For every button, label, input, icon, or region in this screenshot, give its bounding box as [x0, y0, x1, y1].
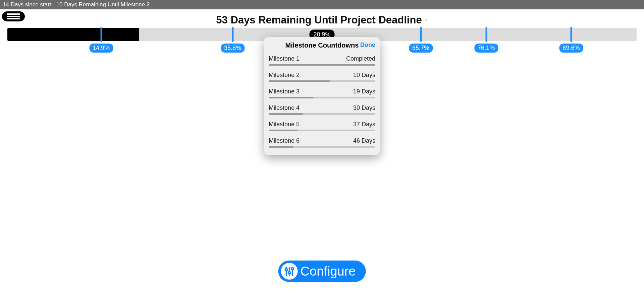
milestone-value: 46 Days — [353, 137, 375, 144]
milestone-popover: Milestone Countdowns Done Milestone 1Com… — [264, 37, 380, 155]
deadline-heading[interactable]: 53 Days Remaining Until Project Deadline — [0, 14, 644, 26]
milestone-line: Milestone 537 Days — [269, 121, 375, 128]
milestone-name: Milestone 4 — [269, 104, 300, 112]
milestone-line: Milestone 430 Days — [269, 104, 375, 112]
milestone-name: Milestone 5 — [269, 121, 300, 128]
drag-handle[interactable] — [2, 11, 25, 21]
configure-label: Configure — [301, 264, 356, 279]
milestone-tick-label: 76.1% — [474, 44, 498, 53]
milestone-mini-fill — [269, 146, 293, 148]
milestone-line: Milestone 319 Days — [269, 88, 375, 95]
milestone-line: Milestone 210 Days — [269, 72, 375, 79]
milestone-tick[interactable] — [485, 27, 487, 42]
drag-handle-line — [7, 16, 20, 17]
deadline-heading-text: 53 Days Remaining Until Project Deadline — [216, 14, 422, 26]
milestone-tick-label: 65.7% — [409, 44, 433, 53]
milestone-value: Completed — [346, 55, 375, 62]
milestone-value: 19 Days — [353, 88, 375, 95]
progress-fill — [7, 28, 139, 41]
milestone-mini-progress — [269, 130, 375, 131]
milestone-tick-label: 14.9% — [89, 44, 113, 53]
milestone-mini-fill — [269, 130, 298, 131]
milestone-mini-progress — [269, 146, 375, 148]
milestone-tick[interactable] — [420, 27, 422, 42]
milestone-value: 30 Days — [353, 104, 375, 112]
configure-button[interactable]: Configure — [278, 261, 366, 282]
milestone-name: Milestone 3 — [269, 88, 300, 95]
popover-title: Milestone Countdowns — [285, 42, 359, 49]
milestone-row[interactable]: Milestone 319 Days — [264, 85, 380, 102]
milestone-name: Milestone 2 — [269, 72, 300, 79]
milestone-tick[interactable] — [232, 27, 233, 42]
window-title-text: 14 Days since start - 10 Days Remaining … — [3, 1, 150, 8]
sliders-icon — [281, 263, 298, 280]
milestone-mini-fill — [269, 64, 375, 66]
milestone-mini-progress — [269, 80, 375, 82]
milestone-value: 10 Days — [353, 72, 375, 79]
milestone-tick-label: 35.8% — [221, 44, 245, 53]
milestone-tick[interactable] — [570, 27, 572, 42]
done-button[interactable]: Done — [360, 42, 375, 49]
milestone-row[interactable]: Milestone 646 Days — [264, 135, 380, 151]
milestone-mini-progress — [269, 64, 375, 66]
milestone-tick[interactable] — [100, 27, 102, 42]
window-title-bar: 14 Days since start - 10 Days Remaining … — [0, 0, 644, 9]
milestone-row[interactable]: Milestone 430 Days — [264, 102, 380, 118]
milestone-value: 37 Days — [353, 121, 375, 128]
milestone-row[interactable]: Milestone 1Completed — [264, 53, 380, 69]
chevron-down-icon — [424, 18, 428, 22]
svg-point-3 — [288, 272, 290, 274]
milestone-mini-fill — [269, 113, 303, 115]
milestone-mini-progress — [269, 97, 375, 98]
milestone-name: Milestone 6 — [269, 137, 300, 144]
milestone-row[interactable]: Milestone 210 Days — [264, 69, 380, 85]
drag-handle-line — [7, 13, 20, 15]
drag-handle-line — [7, 18, 20, 19]
milestone-name: Milestone 1 — [269, 55, 300, 62]
milestone-tick-label: 89.6% — [559, 44, 583, 53]
milestone-row[interactable]: Milestone 537 Days — [264, 118, 380, 135]
milestone-line: Milestone 1Completed — [269, 55, 375, 62]
milestone-list: Milestone 1CompletedMilestone 210 DaysMi… — [264, 53, 380, 151]
milestone-mini-fill — [269, 97, 314, 98]
milestone-line: Milestone 646 Days — [269, 137, 375, 144]
milestone-mini-progress — [269, 113, 375, 115]
svg-point-1 — [285, 269, 287, 271]
popover-header: Milestone Countdowns Done — [264, 41, 380, 53]
svg-point-5 — [291, 268, 293, 270]
milestone-mini-fill — [269, 80, 330, 82]
